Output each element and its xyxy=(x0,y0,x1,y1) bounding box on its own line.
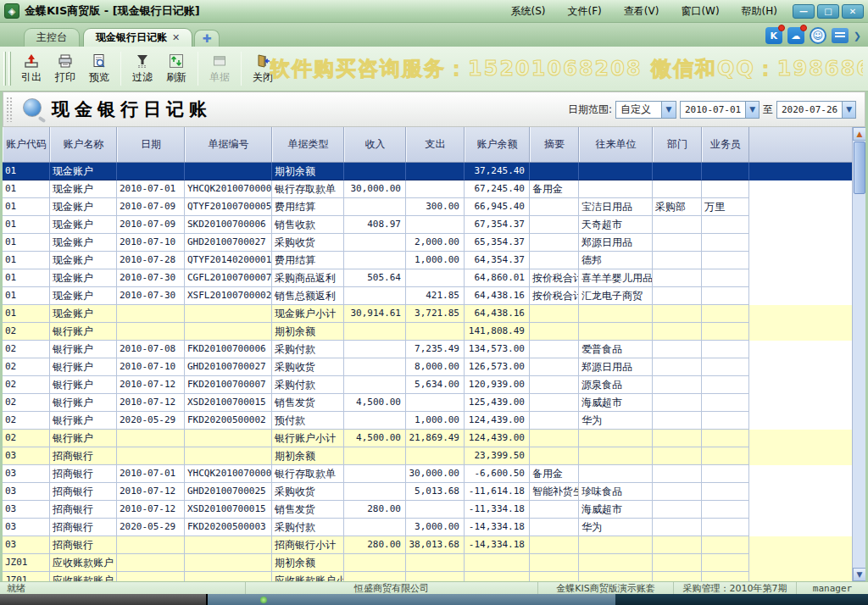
cell-partner: 郑源日用品 xyxy=(579,358,653,376)
cell-doc_type: 期初余额 xyxy=(272,323,344,341)
table-row[interactable]: 01现金账户2010-07-28QTYF20140200001费用结算1,000… xyxy=(3,252,865,269)
print-button[interactable]: 打印 xyxy=(48,49,82,88)
table-row[interactable]: 01现金账户2010-07-30XSFL20100700002销售总额返利421… xyxy=(3,287,865,305)
vertical-scrollbar[interactable]: ▲ ▼ xyxy=(852,127,865,581)
cell-balance: 65,354.37 xyxy=(465,234,530,252)
table-row[interactable]: 02银行账户2020-05-29FKD20200500002预付款1,000.0… xyxy=(3,412,865,430)
table-row[interactable]: 01现金账户2010-07-09SKD20100700006销售收款408.97… xyxy=(3,216,865,234)
export-button[interactable]: 引出 xyxy=(14,49,48,88)
column-header-expense[interactable]: 支出 xyxy=(406,127,465,162)
chevron-down-icon[interactable]: ▼ xyxy=(745,102,759,118)
cell-balance: 64,860.01 xyxy=(465,269,530,287)
table-row[interactable]: JZ01应收账款账户期初余额 xyxy=(3,554,865,572)
cell-dept xyxy=(653,305,702,323)
table-row[interactable]: 03招商银行2020-05-29FKD20200500003采购付款3,000.… xyxy=(3,519,865,536)
menu-view[interactable]: 查看(V) xyxy=(624,4,659,19)
os-taskbar[interactable] xyxy=(0,594,868,605)
table-row[interactable]: 02银行账户2010-07-08FKD20100700006采购付款7,235.… xyxy=(3,341,865,358)
maximize-button[interactable]: □ xyxy=(817,4,839,19)
column-header-code[interactable]: 账户代码 xyxy=(3,127,50,162)
close-button[interactable]: ✕ xyxy=(842,4,864,19)
table-row[interactable]: 03招商银行期初余额23,399.50 xyxy=(3,447,865,465)
table-row[interactable]: 02银行账户2010-07-12XSD20100700015销售发货4,500.… xyxy=(3,394,865,412)
taskbar-segment[interactable] xyxy=(615,594,868,605)
date-to-select[interactable]: 2020-07-26 ▼ xyxy=(776,101,856,119)
cell-doc_no: GHD20100700027 xyxy=(185,234,272,252)
date-from-select[interactable]: 2010-07-01 ▼ xyxy=(680,101,760,119)
menu-file[interactable]: 文件(F) xyxy=(568,4,602,19)
table-row[interactable]: 01现金账户2010-07-01YHCQK20100700003银行存取款单30… xyxy=(3,180,865,198)
column-header-doc_type[interactable]: 单据类型 xyxy=(272,127,344,162)
cell-partner xyxy=(579,163,653,180)
menu-window[interactable]: 窗口(W) xyxy=(681,4,719,19)
notification-dot xyxy=(778,25,785,31)
cell-summary xyxy=(530,198,579,216)
menu-system[interactable]: 系统(S) xyxy=(511,4,546,19)
column-header-date[interactable]: 日期 xyxy=(117,127,185,162)
scroll-up-icon[interactable]: ▲ xyxy=(853,127,865,141)
range-type-select[interactable]: 自定义 ▼ xyxy=(615,101,676,119)
table-row[interactable]: JZ01应收账款账户应收账款账户小计 xyxy=(3,572,865,581)
taskbar-segment[interactable] xyxy=(0,594,208,605)
cell-dept xyxy=(653,376,702,394)
table-row[interactable]: 01现金账户2010-07-30CGFL20100700007采购商品返利505… xyxy=(3,269,865,287)
chevron-down-icon[interactable]: ❯ xyxy=(854,31,861,42)
cell-doc_type: 应收账款账户小计 xyxy=(272,572,344,581)
refresh-button[interactable]: 刷新 xyxy=(159,49,193,88)
tab-close-icon[interactable]: ✕ xyxy=(172,32,180,43)
exit-door-icon xyxy=(255,53,270,69)
cell-doc_type: 期初余额 xyxy=(272,447,344,465)
column-header-summary[interactable]: 摘要 xyxy=(530,127,579,162)
chevron-down-icon[interactable]: ▼ xyxy=(661,102,676,118)
cell-code: 02 xyxy=(3,341,50,358)
cell-doc_no xyxy=(185,430,272,447)
column-header-doc_no[interactable]: 单据编号 xyxy=(185,127,272,162)
table-row[interactable]: 01现金账户2010-07-09QTYF20100700005费用结算300.0… xyxy=(3,198,865,216)
table-row[interactable]: 03招商银行2010-07-12XSD20100700015销售发货280.00… xyxy=(3,501,865,519)
cloud-icon[interactable]: ☁ xyxy=(787,27,804,44)
cell-name: 现金账户 xyxy=(50,180,117,198)
table-row[interactable]: 02银行账户期初余额141,808.49 xyxy=(3,323,865,341)
smiley-icon[interactable]: ☺ xyxy=(810,27,826,44)
table-row[interactable]: 02银行账户银行账户小计4,500.0021,869.49124,439.00 xyxy=(3,430,865,447)
table-row[interactable]: 01现金账户2010-07-10GHD20100700027采购收货2,000.… xyxy=(3,234,865,252)
kis-app-icon[interactable]: K xyxy=(765,27,782,44)
column-header-name[interactable]: 账户名称 xyxy=(50,127,117,162)
scrollbar-thumb[interactable] xyxy=(854,142,865,194)
table-row[interactable]: 01现金账户现金账户小计30,914.613,721.8564,438.16 xyxy=(3,305,865,323)
cell-income xyxy=(344,198,406,216)
cell-doc_no xyxy=(185,447,272,465)
column-header-agent[interactable]: 业务员 xyxy=(702,127,749,162)
chevron-down-icon[interactable]: ▼ xyxy=(842,102,855,118)
table-row[interactable]: 03招商银行2010-07-12GHD20100700025采购收货5,013.… xyxy=(3,483,865,501)
column-header-income[interactable]: 收入 xyxy=(344,127,406,162)
cell-partner: 珍味食品 xyxy=(579,483,653,501)
cell-dept xyxy=(653,483,702,501)
taskbar-segment[interactable] xyxy=(208,594,615,605)
tab-main-console[interactable]: 主控台 xyxy=(24,28,80,47)
filter-button[interactable]: 过滤 xyxy=(125,49,159,88)
scroll-down-icon[interactable]: ▼ xyxy=(853,568,865,581)
minimize-button[interactable]: — xyxy=(793,4,815,19)
column-header-dept[interactable]: 部门 xyxy=(653,127,702,162)
cell-date xyxy=(117,430,185,447)
column-header-partner[interactable]: 往来单位 xyxy=(579,127,653,162)
column-header-balance[interactable]: 账户余额 xyxy=(465,127,530,162)
table-row[interactable]: 03招商银行招商银行小计280.0038,013.68-14,334.18 xyxy=(3,536,865,554)
table-row[interactable]: 03招商银行2010-07-01YHCQK20100700003银行存取款单30… xyxy=(3,465,865,483)
message-icon[interactable] xyxy=(832,28,849,43)
new-tab-button[interactable]: ✚ xyxy=(194,30,220,47)
cell-code: 03 xyxy=(3,501,50,519)
cell-date: 2010-07-28 xyxy=(117,252,185,269)
table-row[interactable]: 02银行账户2010-07-12FKD20100700007采购付款5,634.… xyxy=(3,376,865,394)
cell-expense: 30,000.00 xyxy=(406,465,465,483)
cell-agent xyxy=(702,305,749,323)
tab-cash-bank-journal[interactable]: 现金银行日记账 ✕ xyxy=(83,28,192,47)
status-bar: 就绪 恒盛商贸有限公司 金蝶KIS商贸版演示账套 采购管理：2010年第7期 m… xyxy=(0,581,868,594)
menu-help[interactable]: 帮助(H) xyxy=(742,4,777,19)
table-row[interactable]: 01现金账户期初余额37,245.40 xyxy=(3,163,865,180)
preview-button[interactable]: 预览 xyxy=(82,49,116,88)
kingdee-logo-icon: ◈ xyxy=(4,3,19,19)
cell-balance: 67,354.37 xyxy=(465,216,530,234)
table-row[interactable]: 02银行账户2010-07-10GHD20100700027采购收货8,000.… xyxy=(3,358,865,376)
